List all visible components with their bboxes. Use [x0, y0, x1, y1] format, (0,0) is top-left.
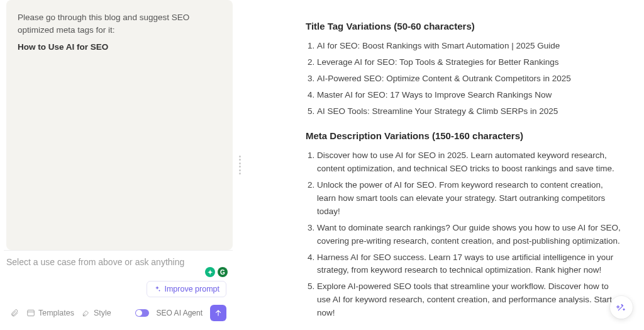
svg-rect-0	[28, 310, 35, 316]
templates-label: Templates	[38, 309, 74, 317]
templates-icon	[26, 309, 35, 317]
style-icon	[82, 309, 91, 317]
meta-desc-list: Discover how to use AI for SEO in 2025. …	[306, 149, 621, 320]
left-panel: Please go through this blog and suggest …	[0, 0, 236, 330]
action-row: Improve prompt	[4, 272, 233, 301]
meta-desc-heading: Meta Description Variations (150-160 cha…	[306, 128, 621, 143]
ask-input-wrapper: ✦ G	[4, 250, 233, 272]
templates-button[interactable]: Templates	[26, 309, 74, 317]
ask-input[interactable]	[6, 256, 230, 268]
send-button[interactable]	[210, 305, 226, 321]
wand-icon	[616, 302, 626, 312]
improve-prompt-label: Improve prompt	[164, 285, 219, 293]
grammarly-badge-icon[interactable]: G	[218, 267, 228, 277]
footer-row: Templates Style SEO AI Agent	[4, 301, 233, 326]
input-badges: ✦ G	[205, 267, 228, 277]
sparkle-icon	[153, 285, 161, 293]
content-panel: Title Tag Variations (50-60 characters) …	[243, 0, 644, 330]
prompt-card: Please go through this blog and suggest …	[6, 0, 233, 250]
agent-label: SEO AI Agent	[157, 309, 203, 317]
title-tag-heading: Title Tag Variations (50-60 characters)	[306, 19, 621, 33]
list-item: AI for SEO: Boost Rankings with Smart Au…	[317, 40, 621, 53]
list-item: AI SEO Tools: Streamline Your Strategy &…	[317, 105, 621, 118]
style-button[interactable]: Style	[82, 309, 111, 317]
magic-fab-button[interactable]	[610, 296, 633, 319]
list-item: Want to dominate search rankings? Our gu…	[317, 222, 621, 248]
input-area: ✦ G Improve prompt Templates Style	[0, 250, 236, 330]
arrow-up-icon	[214, 309, 223, 317]
assistant-badge-icon[interactable]: ✦	[205, 267, 215, 277]
style-label: Style	[94, 309, 111, 317]
paperclip-icon	[10, 309, 19, 317]
list-item: Master AI for SEO: 17 Ways to Improve Se…	[317, 89, 621, 102]
prompt-title: How to Use AI for SEO	[18, 41, 221, 54]
attach-button[interactable]	[10, 309, 19, 317]
list-item: Discover how to use AI for SEO in 2025. …	[317, 149, 621, 176]
pane-resizer[interactable]	[236, 0, 243, 330]
list-item: Unlock the power of AI for SEO. From key…	[317, 179, 621, 219]
list-item: Leverage AI for SEO: Top Tools & Strateg…	[317, 56, 621, 69]
improve-prompt-button[interactable]: Improve prompt	[147, 281, 226, 297]
list-item: AI-Powered SEO: Optimize Content & Outra…	[317, 72, 621, 86]
list-item: Harness AI for SEO success. Learn 17 way…	[317, 251, 621, 278]
list-item: Explore AI-powered SEO tools that stream…	[317, 280, 621, 320]
title-tag-list: AI for SEO: Boost Rankings with Smart Au…	[306, 40, 621, 118]
agent-toggle[interactable]	[135, 309, 149, 317]
prompt-intro: Please go through this blog and suggest …	[18, 13, 189, 35]
